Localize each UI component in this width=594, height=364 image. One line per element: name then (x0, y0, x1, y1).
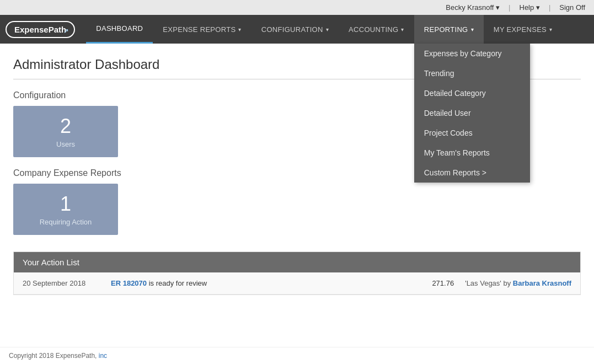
action-er-suffix: is ready for review (147, 279, 207, 287)
dropdown-item-expenses-by-category[interactable]: Expenses by Category (414, 44, 530, 63)
nav-item-reporting-wrapper: REPORTING ▾ Expenses by Category Trendin… (414, 15, 484, 44)
action-er-number: ER 182070 (111, 279, 147, 287)
action-note: 'Las Vegas' by Barbara Krasnoff (465, 279, 571, 287)
nav-dashboard-label: DASHBOARD (96, 24, 143, 33)
dropdown-item-custom-reports[interactable]: Custom Reports > (414, 163, 530, 183)
signoff-link[interactable]: Sign Off (559, 3, 585, 12)
footer-link[interactable]: inc (99, 352, 107, 360)
separator: | (509, 3, 510, 12)
navbar: ExpensePath ↗ DASHBOARD EXPENSE REPORTS … (0, 15, 594, 44)
user-caret-icon: ▾ (496, 3, 500, 12)
reporting-dropdown: Expenses by Category Trending Detailed C… (414, 44, 530, 183)
user-menu[interactable]: Becky Krasnoff ▾ (446, 3, 500, 12)
requiring-action-stat-label: Requiring Action (22, 218, 109, 226)
help-label: Help (520, 3, 534, 12)
top-bar: Becky Krasnoff ▾ | Help ▾ | Sign Off (0, 0, 594, 15)
nav-item-expense-reports[interactable]: EXPENSE REPORTS ▾ (153, 15, 251, 44)
footer: Copyright 2018 ExpensePath, inc (0, 347, 594, 364)
nav-my-expenses-label: MY EXPENSES (494, 25, 547, 34)
nav-expense-label: EXPENSE REPORTS (163, 25, 236, 34)
dropdown-item-detailed-user[interactable]: Detailed User (414, 103, 530, 123)
requiring-action-stat-number: 1 (22, 192, 109, 216)
dropdown-item-my-teams-reports[interactable]: My Team's Reports (414, 143, 530, 163)
nav-item-dashboard[interactable]: DASHBOARD (86, 15, 153, 44)
username-label: Becky Krasnoff (446, 3, 494, 12)
nav-item-reporting[interactable]: REPORTING ▾ (414, 15, 484, 44)
config-caret-icon: ▾ (326, 26, 329, 33)
dropdown-item-detailed-category[interactable]: Detailed Category (414, 83, 530, 103)
dropdown-item-project-codes[interactable]: Project Codes (414, 123, 530, 143)
footer-text: Copyright 2018 ExpensePath, (9, 352, 99, 360)
action-list-header: Your Action List (14, 252, 580, 272)
nav-items: DASHBOARD EXPENSE REPORTS ▾ CONFIGURATIO… (86, 15, 562, 44)
users-stat-card: 2 Users (13, 106, 118, 157)
action-note-prefix: 'Las Vegas' by (465, 279, 513, 287)
logo-text: ExpensePath (14, 25, 66, 34)
reporting-caret-icon: ▾ (471, 26, 474, 33)
logo[interactable]: ExpensePath ↗ (6, 21, 75, 38)
action-date: 20 September 2018 (23, 279, 100, 287)
users-stat-number: 2 (22, 115, 109, 138)
dropdown-item-trending[interactable]: Trending (414, 63, 530, 83)
action-note-person: Barbara Krasnoff (513, 279, 571, 287)
nav-item-configuration[interactable]: CONFIGURATION ▾ (251, 15, 339, 44)
requiring-action-stat-card: 1 Requiring Action (13, 184, 118, 235)
action-amount: 271.76 (421, 279, 454, 287)
nav-config-label: CONFIGURATION (261, 25, 323, 34)
nav-accounting-label: ACCOUNTING (349, 25, 398, 34)
users-stat-label: Users (22, 140, 109, 148)
help-caret-icon: ▾ (536, 3, 540, 12)
nav-item-accounting[interactable]: ACCOUNTING ▾ (339, 15, 414, 44)
my-expenses-caret-icon: ▾ (549, 26, 552, 33)
expense-caret-icon: ▾ (238, 26, 241, 33)
table-row: 20 September 2018 ER 182070 is ready for… (14, 272, 580, 295)
nav-reporting-label: REPORTING (424, 25, 468, 34)
action-list: Your Action List 20 September 2018 ER 18… (13, 251, 581, 295)
nav-item-my-expenses[interactable]: MY EXPENSES ▾ (484, 15, 563, 44)
separator2: | (549, 3, 550, 12)
action-er-text: ER 182070 is ready for review (111, 279, 410, 287)
accounting-caret-icon: ▾ (401, 26, 404, 33)
help-menu[interactable]: Help ▾ (520, 3, 540, 12)
